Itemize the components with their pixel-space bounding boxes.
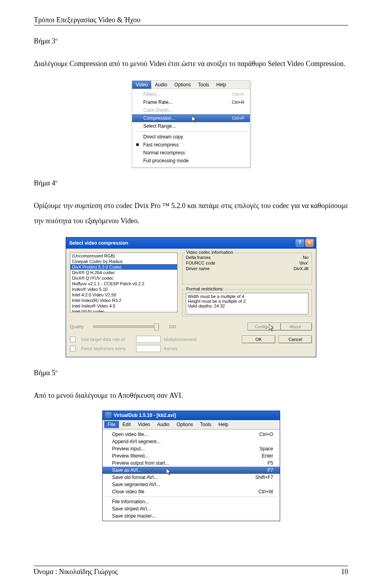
- list-item[interactable]: Intel 4:2:0 Video V2.50: [70, 292, 177, 298]
- vd-item-close[interactable]: Close video fileCtrl+W: [103, 488, 280, 495]
- restrict-line: Width must be a multiple of 4: [188, 294, 306, 299]
- menu-item-label: Preview output from start...: [112, 460, 169, 466]
- menu-item-colordepth[interactable]: Color Depth...: [132, 106, 250, 114]
- menu-item-label: Open video file...: [112, 432, 148, 437]
- tab-options[interactable]: Options: [171, 81, 194, 89]
- list-item[interactable]: Indeo® video 5.10: [70, 286, 177, 292]
- menu-item-label: Close video file: [112, 489, 144, 495]
- cursor-arrow-icon: [269, 324, 275, 332]
- menu-item-shortcut: Ctrl+R: [232, 100, 244, 105]
- vd-item-preview-filtered[interactable]: Preview filtered...Enter: [103, 452, 280, 459]
- step4-heading-text: Βήμα 4: [34, 179, 55, 187]
- info-key: FOURCC code: [186, 261, 215, 265]
- menu-item-label: Color Depth...: [143, 107, 173, 113]
- list-item-selected[interactable]: DivX Pro(tm) 5.2.0 Codec: [70, 264, 177, 270]
- svg-marker-1: [269, 324, 273, 331]
- tab-video[interactable]: Video: [132, 81, 151, 89]
- keyframes-input[interactable]: [136, 345, 161, 352]
- menu-item-compression[interactable]: Compression... Ctrl+P: [132, 114, 250, 122]
- info-val: No: [303, 255, 308, 260]
- vd-tab-video[interactable]: Video: [134, 421, 154, 428]
- page-footer: Όνομα : Νικολαϊδης Γιώργος 10: [34, 566, 348, 576]
- list-item[interactable]: Huffyuv v2.1.1 - CCESP Patch v0.2.2: [70, 281, 177, 286]
- menu-item-shortcut: Ctrl+O: [259, 432, 273, 437]
- menu-item-label: Full processing mode: [143, 158, 189, 164]
- vd-item-preview-input[interactable]: Preview input...Space: [103, 445, 280, 452]
- vd-tab-audio[interactable]: Audio: [154, 421, 173, 428]
- vd-tab-options[interactable]: Options: [173, 421, 197, 428]
- vd-tab-file[interactable]: File: [104, 421, 119, 428]
- vd-item-save-seg[interactable]: Save segmented AVI...: [103, 481, 280, 488]
- vd-item-open[interactable]: Open video file...Ctrl+O: [103, 431, 280, 438]
- vd-tab-help[interactable]: Help: [215, 421, 232, 428]
- svg-marker-2: [166, 468, 171, 475]
- restrict-box: Width must be a multiple of 4 Height mus…: [186, 293, 308, 314]
- menu-item-shortcut: Ctrl+P: [232, 116, 244, 121]
- menu-item-filters[interactable]: Filters... Ctrl+F: [132, 90, 250, 98]
- menu-item-shortcut: Ctrl+F: [232, 92, 244, 97]
- step3-heading-text: Βήμα 3: [34, 37, 55, 45]
- list-item[interactable]: Cinepak Codec by Radius: [70, 259, 177, 264]
- tab-help[interactable]: Help: [213, 81, 230, 89]
- codec-list[interactable]: (Uncompressed RGB) Cinepak Codec by Radi…: [70, 253, 177, 312]
- help-button[interactable]: ?: [296, 239, 304, 247]
- vd-item-append[interactable]: Append AVI segment...: [103, 438, 280, 445]
- vd-item-save-stripe-master[interactable]: Save stripe master...: [103, 512, 280, 520]
- vd-tab-edit[interactable]: Edit: [119, 421, 134, 428]
- step3-body: Διαλέγουμε Compression από το μενού Vide…: [34, 56, 348, 72]
- menu-item-label: Save as AVI...: [112, 467, 142, 473]
- radio-dot-icon: [136, 143, 139, 146]
- compression-dialog: Select video compression ? × (Uncompress…: [66, 237, 316, 357]
- info-key: Delta frames: [186, 255, 210, 260]
- info-val: 'divx': [299, 261, 308, 265]
- menu-item-fastrecompress[interactable]: Fast recompress: [132, 141, 250, 149]
- data-rate-input[interactable]: [136, 336, 161, 343]
- menu-item-shortcut: F5: [267, 460, 273, 466]
- menu-item-framerate[interactable]: Frame Rate... Ctrl+R: [132, 98, 250, 106]
- step4-heading: Βήμα 4ο: [34, 179, 348, 187]
- menu-item-label: Preview filtered...: [112, 453, 149, 459]
- menu-item-fullprocessing[interactable]: Full processing mode: [132, 157, 250, 165]
- about-button[interactable]: About: [279, 323, 312, 331]
- list-item[interactable]: Intel Indeo(R) Video R3.2: [70, 298, 177, 303]
- menu-item-shortcut: Enter: [262, 453, 273, 459]
- vd-file-menu: Open video file...Ctrl+O Append AVI segm…: [103, 429, 280, 521]
- menu-item-normalrecompress[interactable]: Normal recompress: [132, 149, 250, 157]
- menu-item-selectrange[interactable]: Select Range...: [132, 122, 250, 130]
- vd-item-fileinfo[interactable]: File Information...: [103, 498, 280, 505]
- info-key: Driver name: [186, 266, 210, 271]
- data-rate-checkbox[interactable]: [70, 337, 76, 342]
- vd-item-save-striped[interactable]: Save striped AVI...: [103, 505, 280, 512]
- list-item[interactable]: (Uncompressed RGB): [70, 253, 177, 259]
- configure-button[interactable]: Configure: [248, 323, 281, 331]
- vd-item-save-avi[interactable]: Save as AVI... F7: [103, 467, 280, 474]
- cursor-arrow-icon: [192, 116, 198, 124]
- vd-tab-tools[interactable]: Tools: [197, 421, 215, 428]
- restrict-legend: Format restrictions:: [185, 286, 225, 291]
- step4-body: Ορίζουμε την συμπίεση στο codec Dvix Pro…: [34, 199, 348, 229]
- list-item[interactable]: DivX® Q H.264 codec: [70, 270, 177, 275]
- tab-audio[interactable]: Audio: [151, 81, 171, 89]
- vd-menubar: File Edit Video Audio Options Tools Help: [103, 420, 280, 429]
- list-item[interactable]: Intel IYUV codec: [70, 309, 177, 312]
- tab-tools[interactable]: Tools: [195, 81, 213, 89]
- footer-page-number: 10: [341, 568, 348, 576]
- cancel-button[interactable]: Cancel: [279, 335, 312, 343]
- vd-item-preview-output[interactable]: Preview output from start...F5: [103, 459, 280, 467]
- menu-item-label: Compression...: [143, 115, 175, 121]
- close-button[interactable]: ×: [305, 239, 314, 247]
- menu-item-label: Append AVI segment...: [112, 439, 161, 444]
- vd-title-text: VirtualDub 1.5.10 - [kb2.avi]: [114, 413, 176, 418]
- keyframes-checkbox[interactable]: [70, 346, 76, 351]
- header-title: Τρόποι Επεξεργασίας Video & Ήχου: [34, 16, 348, 24]
- virtualdub-screenshot: VirtualDub 1.5.10 - [kb2.avi] File Edit …: [102, 411, 280, 521]
- list-item[interactable]: Intel Indeo® Video 4.5: [70, 303, 177, 309]
- vd-item-save-old[interactable]: Save old format AVI...Shift+F7: [103, 474, 280, 481]
- list-item[interactable]: DivX® Q IYUV codec: [70, 275, 177, 281]
- quality-slider[interactable]: [93, 325, 159, 328]
- slider-thumb[interactable]: [154, 323, 159, 331]
- menu-item-directstream[interactable]: Direct stream copy: [132, 133, 250, 141]
- quality-label: Quality: [70, 324, 90, 329]
- ok-button[interactable]: OK: [242, 335, 275, 343]
- menu-item-shortcut: Shift+F7: [255, 475, 273, 480]
